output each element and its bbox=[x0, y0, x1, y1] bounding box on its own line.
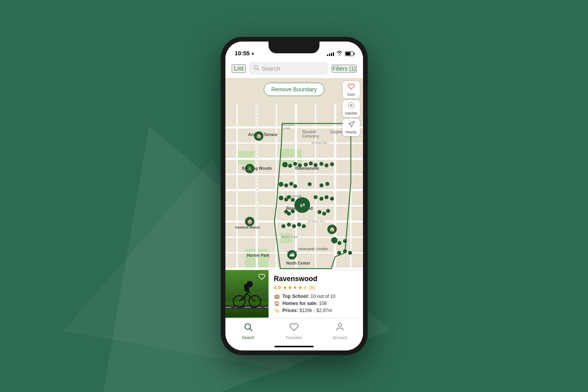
svg-point-48 bbox=[288, 164, 292, 168]
home-indicator bbox=[274, 346, 314, 347]
svg-point-58 bbox=[284, 183, 288, 187]
satellite-icon bbox=[348, 102, 355, 111]
svg-point-78 bbox=[281, 224, 285, 228]
svg-text:🏠: 🏠 bbox=[256, 133, 261, 139]
svg-point-59 bbox=[289, 182, 293, 186]
top-nav: List Search Filters (1) bbox=[225, 59, 363, 78]
svg-point-52 bbox=[309, 162, 313, 165]
svg-text:Cemetery: Cemetery bbox=[302, 134, 319, 138]
svg-text:Welles Park: Welles Park bbox=[281, 235, 298, 239]
svg-point-73 bbox=[287, 212, 291, 216]
svg-point-47 bbox=[282, 162, 288, 167]
search-icon bbox=[254, 65, 259, 72]
svg-point-71 bbox=[330, 197, 334, 201]
tab-favorites[interactable]: Favorites bbox=[282, 322, 306, 340]
location-arrow-icon: ▲ bbox=[251, 51, 255, 55]
svg-point-50 bbox=[298, 163, 302, 167]
svg-point-49 bbox=[293, 162, 297, 166]
map-actions: Save Satellite bbox=[343, 81, 360, 136]
svg-text:LINCOLN: LINCOLN bbox=[281, 123, 295, 127]
nearby-label: Nearby bbox=[345, 130, 357, 134]
prices-stat: 🏷️ Prices: $126k - $2.87m bbox=[274, 308, 358, 313]
search-input-placeholder: Search bbox=[261, 65, 280, 72]
search-tab-icon bbox=[243, 322, 253, 334]
search-tab-label: Search bbox=[242, 336, 254, 340]
svg-point-54 bbox=[319, 162, 323, 166]
wifi-icon bbox=[336, 51, 343, 56]
svg-text:North Center: North Center bbox=[286, 261, 310, 265]
battery-icon bbox=[345, 51, 354, 56]
satellite-label: Satellite bbox=[345, 111, 357, 115]
favorite-heart-icon[interactable] bbox=[258, 273, 265, 282]
svg-text:Horner Park: Horner Park bbox=[247, 253, 270, 258]
tab-search[interactable]: Search bbox=[236, 322, 260, 340]
map-area[interactable]: Arcadia Terrace Budlong Woods Bowmanvill… bbox=[225, 78, 363, 318]
card-image bbox=[225, 270, 269, 318]
status-time: 10:55 ▲ bbox=[235, 50, 255, 56]
svg-text:🏙: 🏙 bbox=[290, 252, 294, 258]
svg-text:🚴: 🚴 bbox=[247, 165, 252, 171]
svg-point-60 bbox=[293, 184, 297, 188]
account-tab-icon bbox=[335, 322, 345, 334]
svg-point-82 bbox=[302, 224, 306, 228]
svg-point-57 bbox=[279, 182, 283, 187]
save-label: Save bbox=[347, 93, 355, 96]
svg-point-62 bbox=[319, 183, 323, 187]
svg-point-61 bbox=[308, 182, 312, 186]
svg-line-118 bbox=[250, 329, 252, 331]
neighborhood-name: Ravenswood bbox=[274, 275, 358, 283]
svg-point-64 bbox=[279, 196, 283, 200]
favorites-tab-icon bbox=[289, 322, 299, 334]
school-stat: 🏫 Top School: 10 out of 10 bbox=[274, 294, 358, 299]
svg-point-99 bbox=[350, 105, 352, 107]
star-rating: ★ ★ ★ ★ ★ bbox=[283, 285, 308, 290]
navigation-icon bbox=[348, 121, 355, 129]
svg-point-81 bbox=[297, 223, 301, 227]
svg-point-85 bbox=[343, 239, 347, 243]
svg-point-70 bbox=[325, 195, 328, 199]
svg-point-74 bbox=[291, 209, 295, 213]
list-button[interactable]: List bbox=[232, 64, 246, 73]
svg-point-119 bbox=[338, 323, 341, 327]
svg-text:Yesteryear Condos: Yesteryear Condos bbox=[298, 247, 328, 251]
svg-text:⇄: ⇄ bbox=[299, 201, 305, 208]
svg-point-67 bbox=[291, 198, 295, 202]
svg-point-76 bbox=[322, 212, 326, 216]
svg-text:W Wilson Ave: W Wilson Ave bbox=[308, 220, 325, 223]
favorites-tab-label: Favorites bbox=[286, 336, 302, 340]
svg-marker-100 bbox=[348, 122, 354, 127]
property-card[interactable]: Ravenswood 4.9 ★ ★ ★ ★ ★ (8) bbox=[225, 270, 363, 318]
heart-icon bbox=[348, 83, 355, 92]
svg-point-80 bbox=[292, 224, 296, 228]
price-icon: 🏷️ bbox=[274, 308, 280, 313]
svg-point-69 bbox=[319, 197, 323, 201]
remove-boundary-button[interactable]: Remove Boundary bbox=[264, 83, 324, 96]
svg-text:PARK: PARK bbox=[283, 127, 291, 130]
svg-point-53 bbox=[314, 163, 318, 167]
svg-point-66 bbox=[287, 195, 291, 199]
svg-text:nswood Manor: nswood Manor bbox=[235, 225, 260, 229]
svg-point-96 bbox=[337, 251, 341, 255]
homes-stat: 🏠 Homes for sale: 106 bbox=[274, 301, 358, 306]
svg-point-56 bbox=[330, 162, 334, 166]
phone-shell: 10:55 ▲ bbox=[221, 37, 368, 355]
svg-point-83 bbox=[331, 237, 338, 243]
svg-point-79 bbox=[287, 223, 291, 227]
rating-row: 4.9 ★ ★ ★ ★ ★ (8) bbox=[274, 285, 358, 290]
svg-line-1 bbox=[258, 69, 259, 71]
svg-point-116 bbox=[247, 281, 253, 287]
save-button[interactable]: Save bbox=[343, 81, 360, 98]
tab-account[interactable]: Account bbox=[328, 322, 352, 340]
nearby-button[interactable]: Nearby bbox=[343, 119, 360, 136]
search-bar[interactable]: Search bbox=[249, 62, 328, 75]
svg-point-55 bbox=[325, 163, 328, 167]
svg-point-68 bbox=[314, 195, 318, 199]
svg-text:W Bryn Ma...: W Bryn Ma... bbox=[312, 141, 330, 145]
homes-icon: 🏠 bbox=[274, 301, 280, 306]
review-count: (8) bbox=[309, 285, 316, 290]
svg-point-75 bbox=[318, 210, 321, 214]
svg-text:🏠: 🏠 bbox=[329, 226, 335, 232]
card-stats: 🏫 Top School: 10 out of 10 🏠 Homes for s… bbox=[274, 294, 358, 313]
satellite-button[interactable]: Satellite bbox=[343, 100, 360, 117]
filters-button[interactable]: Filters (1) bbox=[332, 65, 356, 73]
